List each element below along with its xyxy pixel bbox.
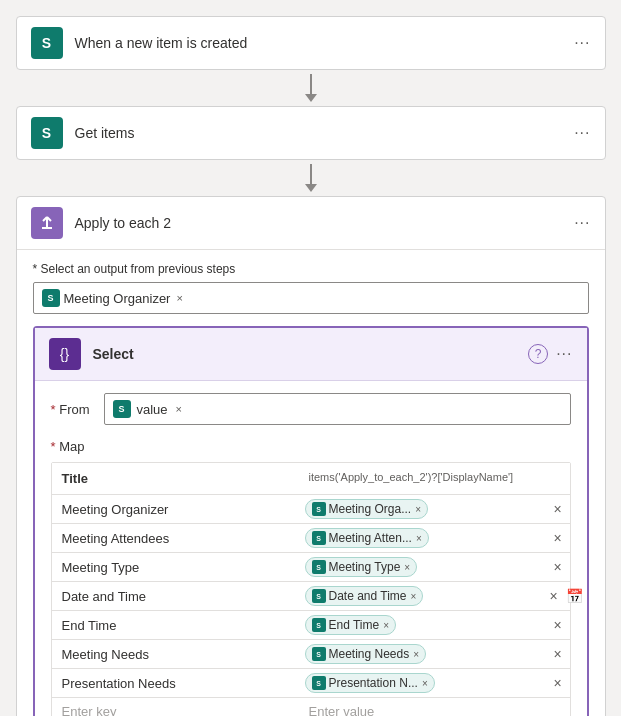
from-token-text: value	[137, 402, 168, 417]
map-header-key: Title	[52, 463, 299, 494]
trigger-icon: S	[31, 27, 63, 59]
map-header-row: Title items('Apply_to_each_2')?['Display…	[52, 463, 570, 495]
tag-close[interactable]: ×	[413, 649, 419, 660]
tag-close[interactable]: ×	[422, 678, 428, 689]
map-key-cell: End Time	[52, 612, 299, 639]
svg-rect-0	[42, 227, 52, 229]
enter-action-cell	[546, 706, 570, 717]
select-menu[interactable]: ···	[556, 345, 572, 363]
map-header-action	[546, 463, 570, 494]
enter-key-value-row: Enter key Enter value	[52, 698, 570, 716]
map-key-cell: Meeting Attendees	[52, 525, 299, 552]
map-value-cell: S End Time ×	[299, 611, 546, 639]
row-delete[interactable]: ×	[546, 526, 570, 550]
apply-to-each-block: Apply to each 2 ··· * Select an output f…	[16, 196, 606, 716]
value-tag[interactable]: S Meeting Type ×	[305, 557, 418, 577]
get-items-icon: S	[31, 117, 63, 149]
apply-header: Apply to each 2 ···	[17, 197, 605, 250]
map-value-cell: S Date and Time ×	[299, 582, 546, 610]
tag-icon: S	[312, 560, 326, 574]
tag-close[interactable]: ×	[383, 620, 389, 631]
get-items-menu[interactable]: ···	[574, 124, 590, 142]
flow-canvas: S When a new item is created ··· S Get i…	[16, 16, 605, 716]
map-key-cell: Presentation Needs	[52, 670, 299, 697]
tag-text: Meeting Needs	[329, 647, 410, 661]
table-row: End Time S End Time × ×	[52, 611, 570, 640]
output-label: * Select an output from previous steps	[33, 262, 589, 276]
from-label: * From	[51, 402, 96, 417]
value-tag[interactable]: S Meeting Atten... ×	[305, 528, 429, 548]
output-token-close[interactable]: ×	[176, 292, 182, 304]
map-key-cell: Date and Time	[52, 583, 299, 610]
map-table: Title items('Apply_to_each_2')?['Display…	[51, 462, 571, 716]
value-tag[interactable]: S End Time ×	[305, 615, 397, 635]
tag-icon: S	[312, 676, 326, 690]
map-value-cell: S Meeting Type ×	[299, 553, 546, 581]
row-delete[interactable]: ×	[546, 555, 570, 579]
trigger-menu[interactable]: ···	[574, 34, 590, 52]
from-token-icon: S	[113, 400, 131, 418]
output-token-icon: S	[42, 289, 60, 307]
map-key-cell: Meeting Organizer	[52, 496, 299, 523]
get-items-title: Get items	[75, 125, 575, 141]
tag-text: Meeting Type	[329, 560, 401, 574]
map-header-value: items('Apply_to_each_2')?['DisplayName']	[299, 463, 546, 494]
from-input[interactable]: S value ×	[104, 393, 571, 425]
arrow-head-1	[305, 94, 317, 102]
tag-close[interactable]: ×	[404, 562, 410, 573]
map-label-text: Map	[59, 439, 84, 454]
tag-icon: S	[312, 589, 326, 603]
value-tag[interactable]: S Date and Time ×	[305, 586, 424, 606]
output-token: S Meeting Organizer ×	[42, 289, 183, 307]
value-tag[interactable]: S Presentation N... ×	[305, 673, 435, 693]
tag-icon: S	[312, 531, 326, 545]
table-row: Date and Time S Date and Time ×	[52, 582, 570, 611]
map-value-cell: S Meeting Atten... ×	[299, 524, 546, 552]
table-row: Meeting Organizer S Meeting Orga... ×	[52, 495, 570, 524]
map-key-cell: Meeting Needs	[52, 641, 299, 668]
from-label-text: From	[59, 402, 89, 417]
row-delete[interactable]: ×	[546, 642, 570, 666]
output-token-text: Meeting Organizer	[64, 291, 171, 306]
row-delete[interactable]: ×	[546, 613, 570, 637]
map-required: *	[51, 439, 56, 454]
output-input[interactable]: S Meeting Organizer ×	[33, 282, 589, 314]
map-label: * Map	[51, 439, 571, 454]
table-row: Meeting Type S Meeting Type × ×	[52, 553, 570, 582]
tag-text: Meeting Atten...	[329, 531, 412, 545]
map-value-cell: S Meeting Orga... ×	[299, 495, 546, 523]
table-row: Presentation Needs S Presentation N... ×	[52, 669, 570, 698]
select-block: {} Select ? ··· * From S	[33, 326, 589, 716]
tag-text: Presentation N...	[329, 676, 418, 690]
arrow-line-2	[310, 164, 312, 184]
map-key-cell: Meeting Type	[52, 554, 299, 581]
row-delete[interactable]: × 📅	[546, 584, 570, 608]
select-help-icon[interactable]: ?	[528, 344, 548, 364]
select-body: * From S value × * Map	[35, 381, 587, 716]
value-tag[interactable]: S Meeting Orga... ×	[305, 499, 429, 519]
arrow-2	[305, 160, 317, 196]
tag-close[interactable]: ×	[415, 504, 421, 515]
row-delete[interactable]: ×	[546, 671, 570, 695]
apply-menu[interactable]: ···	[574, 214, 590, 232]
tag-close[interactable]: ×	[411, 591, 417, 602]
table-row: Meeting Attendees S Meeting Atten... ×	[52, 524, 570, 553]
apply-title: Apply to each 2	[75, 215, 575, 231]
from-token-close[interactable]: ×	[176, 403, 182, 415]
row-delete[interactable]: ×	[546, 497, 570, 521]
from-required: *	[51, 402, 56, 417]
arrow-line-1	[310, 74, 312, 94]
calendar-icon[interactable]: 📅	[566, 588, 583, 604]
tag-icon: S	[312, 502, 326, 516]
select-icon: {}	[49, 338, 81, 370]
apply-body: * Select an output from previous steps S…	[17, 250, 605, 716]
value-tag[interactable]: S Meeting Needs ×	[305, 644, 427, 664]
tag-close[interactable]: ×	[416, 533, 422, 544]
select-title: Select	[93, 346, 529, 362]
enter-value-cell[interactable]: Enter value	[299, 698, 546, 716]
trigger-title: When a new item is created	[75, 35, 575, 51]
tag-icon: S	[312, 647, 326, 661]
enter-key-cell[interactable]: Enter key	[52, 698, 299, 716]
apply-icon	[31, 207, 63, 239]
from-row: * From S value ×	[51, 393, 571, 425]
